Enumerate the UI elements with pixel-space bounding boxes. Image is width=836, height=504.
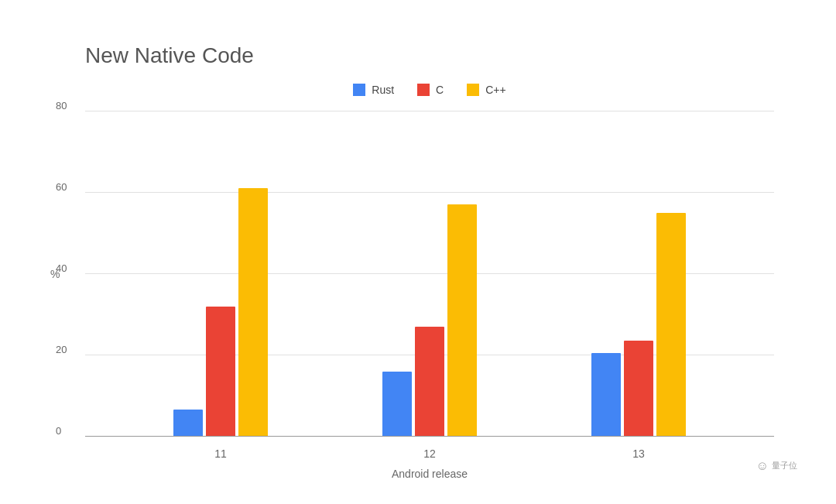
x-axis-label: Android release bbox=[85, 468, 774, 480]
grid-label: 40 bbox=[56, 262, 67, 274]
legend-label: Rust bbox=[372, 84, 394, 96]
legend-swatch bbox=[467, 84, 479, 96]
bar-group-label: 12 bbox=[423, 447, 436, 460]
bar-group: 12 bbox=[382, 204, 477, 436]
chart-title: New Native Code bbox=[85, 43, 774, 68]
bar-group-inner bbox=[173, 188, 268, 436]
legend: RustCC++ bbox=[85, 84, 774, 96]
bars-area: 111213 bbox=[85, 111, 774, 437]
bar-group-inner bbox=[591, 213, 686, 437]
legend-swatch bbox=[417, 84, 430, 96]
bar bbox=[624, 341, 653, 436]
bar bbox=[382, 372, 412, 437]
baseline bbox=[85, 436, 774, 437]
bar bbox=[415, 327, 444, 437]
legend-item: C bbox=[417, 84, 444, 96]
grid-label: 60 bbox=[56, 181, 67, 193]
grid-label: 0 bbox=[56, 425, 61, 437]
bar-group-label: 11 bbox=[214, 447, 227, 460]
bar bbox=[238, 188, 268, 436]
legend-item: C++ bbox=[467, 84, 505, 96]
legend-label: C bbox=[436, 84, 444, 96]
bar bbox=[447, 204, 477, 436]
bar bbox=[656, 213, 686, 437]
bar bbox=[591, 353, 621, 437]
chart-container: New Native Code RustCC++ % 020406080 111… bbox=[31, 20, 805, 485]
chart-area: % 020406080 111213 bbox=[85, 111, 774, 437]
watermark: ☺ 量子位 bbox=[756, 459, 797, 473]
bar bbox=[173, 410, 203, 436]
grid-label: 80 bbox=[56, 100, 67, 111]
bar bbox=[206, 307, 235, 437]
legend-swatch bbox=[353, 84, 365, 96]
bar-group-label: 13 bbox=[632, 447, 645, 460]
legend-label: C++ bbox=[485, 84, 505, 96]
bar-group: 11 bbox=[173, 188, 268, 436]
legend-item: Rust bbox=[353, 84, 394, 96]
grid-label: 20 bbox=[56, 344, 67, 355]
bar-group: 13 bbox=[591, 213, 686, 437]
bar-group-inner bbox=[382, 204, 477, 436]
